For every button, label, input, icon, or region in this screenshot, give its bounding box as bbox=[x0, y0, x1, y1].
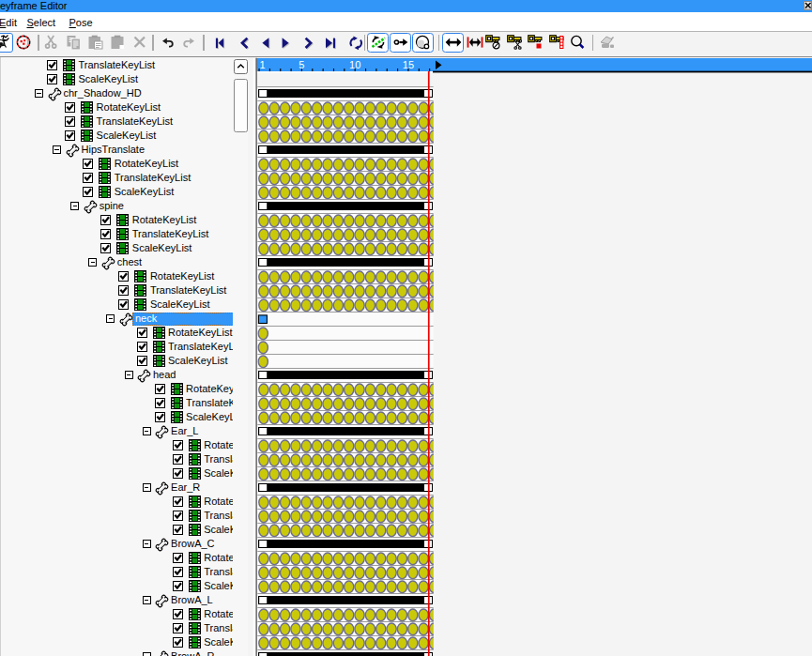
svg-text:5: 5 bbox=[299, 59, 304, 70]
svg-text:15: 15 bbox=[403, 59, 414, 70]
svg-text:1: 1 bbox=[260, 59, 266, 70]
svg-text:10: 10 bbox=[349, 59, 360, 70]
